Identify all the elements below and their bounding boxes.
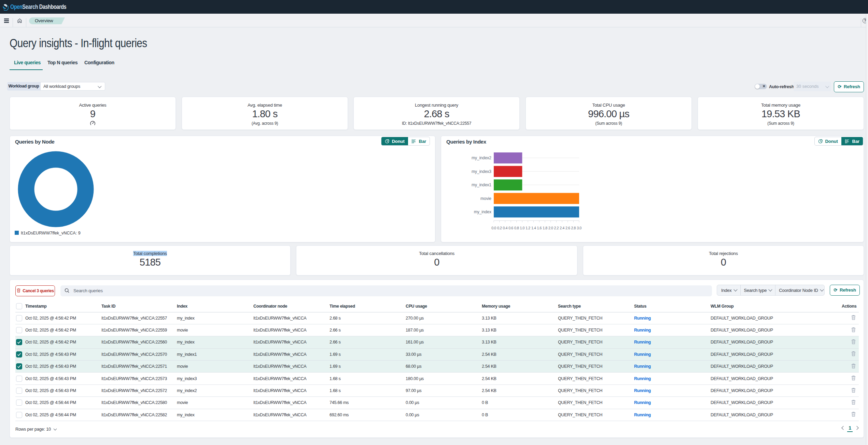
svg-text:1.2: 1.2 <box>526 226 530 230</box>
svg-text:0.2: 0.2 <box>497 226 502 230</box>
svg-text:0.8: 0.8 <box>514 226 519 230</box>
svg-text:1.6: 1.6 <box>537 226 542 230</box>
svg-text:2.2: 2.2 <box>554 226 559 230</box>
svg-text:1.4: 1.4 <box>531 226 536 230</box>
svg-text:my_index: my_index <box>474 210 491 214</box>
svg-text:1.0: 1.0 <box>520 226 525 230</box>
svg-text:my_index1: my_index1 <box>472 183 491 187</box>
svg-text:my_index3: my_index3 <box>472 169 491 174</box>
svg-text:movie: movie <box>480 196 491 201</box>
svg-text:2.0: 2.0 <box>548 226 553 230</box>
svg-text:0.4: 0.4 <box>503 226 508 230</box>
svg-text:2.8: 2.8 <box>571 226 576 230</box>
svg-text:1.8: 1.8 <box>543 226 547 230</box>
svg-text:2.4: 2.4 <box>560 226 564 230</box>
svg-text:0.6: 0.6 <box>508 226 513 230</box>
svg-text:2.6: 2.6 <box>565 226 570 230</box>
svg-text:my_index2: my_index2 <box>472 156 491 160</box>
svg-text:0.0: 0.0 <box>491 226 496 230</box>
svg-text:3.0: 3.0 <box>577 226 582 230</box>
